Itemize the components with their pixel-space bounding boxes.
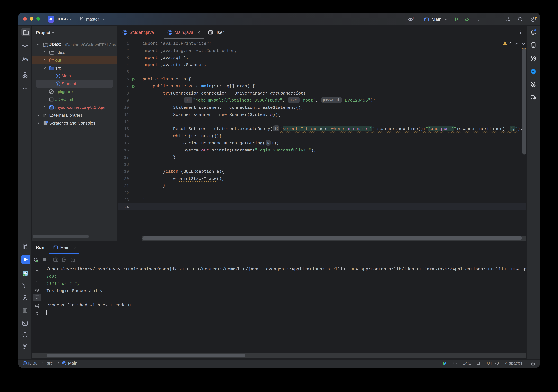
svg-text:C: C bbox=[123, 30, 126, 35]
svg-text:C: C bbox=[57, 82, 59, 86]
svg-text:?: ? bbox=[26, 59, 27, 61]
svg-text:C: C bbox=[57, 74, 59, 78]
svg-text:C: C bbox=[63, 362, 65, 365]
svg-text:C: C bbox=[169, 30, 171, 35]
